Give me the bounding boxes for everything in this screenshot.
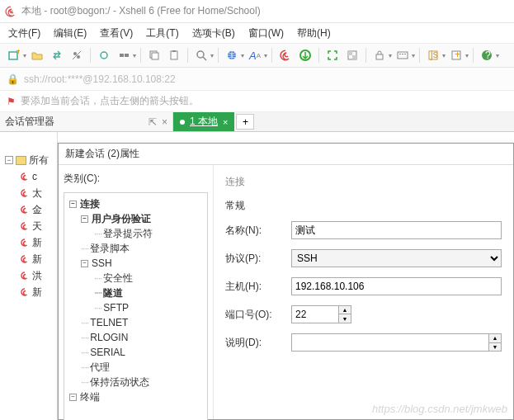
tree-telnet[interactable]: ····TELNET <box>66 315 205 330</box>
protocol-select[interactable]: SSH <box>291 249 502 267</box>
dropdown-icon[interactable]: ▾ <box>465 52 469 59</box>
dropdown-icon[interactable]: ▾ <box>241 52 244 59</box>
menu-edit[interactable]: 编辑(E) <box>54 26 87 40</box>
port-input[interactable] <box>291 305 339 323</box>
tab-close-icon[interactable]: × <box>223 117 228 127</box>
panel-title: 会话管理器 <box>5 115 54 129</box>
svg-rect-15 <box>352 55 356 59</box>
tree-ssh[interactable]: −SSH <box>66 256 205 271</box>
pin-icon[interactable]: ⇱ <box>149 116 157 128</box>
spin-down-icon[interactable]: ▼ <box>339 314 351 323</box>
tree-item[interactable]: 天 <box>20 218 57 234</box>
dropdown-icon[interactable]: ▾ <box>442 52 446 59</box>
svg-point-10 <box>197 51 204 58</box>
collapse-icon[interactable]: − <box>5 156 13 164</box>
tab-label: 1 本地 <box>190 115 218 129</box>
reconnect-button[interactable] <box>95 46 113 64</box>
svg-text:js: js <box>430 50 438 60</box>
add-button[interactable]: + <box>447 46 465 64</box>
collapse-icon[interactable]: − <box>81 260 88 267</box>
keyboard-button[interactable] <box>394 46 412 64</box>
dropdown-icon[interactable]: ▾ <box>412 52 415 59</box>
tree-tunnel[interactable]: ····隧道 <box>66 286 205 300</box>
tree-serial[interactable]: ····SERIAL <box>66 345 205 360</box>
tree-root-item[interactable]: − 所有 <box>5 152 57 168</box>
find-button[interactable] <box>192 46 210 64</box>
toolbar-separator <box>218 48 219 63</box>
svg-rect-16 <box>376 54 383 59</box>
menu-tabs[interactable]: 选项卡(B) <box>192 26 235 40</box>
menu-help[interactable]: 帮助(H) <box>297 26 331 40</box>
lock-button[interactable] <box>370 46 389 64</box>
host-input[interactable] <box>291 277 502 295</box>
dialog-title: 新建会话 (2)属性 <box>59 144 513 165</box>
tab-strip: 1 本地 × + <box>173 112 514 131</box>
description-input[interactable]: ▲▼ <box>291 333 502 352</box>
tree-login-script[interactable]: ····登录脚本 <box>66 241 205 256</box>
disconnect-button[interactable] <box>115 46 133 64</box>
tree-sftp[interactable]: ····SFTP <box>66 300 205 315</box>
spin-down-icon[interactable]: ▼ <box>489 343 501 352</box>
collapse-icon[interactable]: − <box>81 215 88 223</box>
collapse-icon[interactable]: − <box>69 201 77 208</box>
menu-tools[interactable]: 工具(T) <box>146 26 178 40</box>
tree-terminal[interactable]: −终端 <box>66 389 205 404</box>
dropdown-icon[interactable]: ▾ <box>389 52 392 59</box>
toolbar: +▾ ▾ ▾ ▾ AA▾ ▾ ▾ js▾ +▾ ?▾ <box>0 43 514 68</box>
new-session-button[interactable]: + <box>5 46 23 64</box>
tree-item[interactable]: 太 <box>20 185 57 201</box>
tree-auth[interactable]: −用户身份验证 <box>66 211 205 226</box>
group-title: 常规 <box>225 199 502 213</box>
tree-rlogin[interactable]: ····RLOGIN <box>66 330 205 345</box>
dropdown-icon[interactable]: ▾ <box>210 52 214 59</box>
globe-button[interactable] <box>223 46 241 64</box>
hint-bar: ⚑ 要添加当前会话，点击左侧的箭头按钮。 <box>0 91 514 112</box>
spin-up-icon[interactable]: ▲ <box>339 306 351 314</box>
tree-connection[interactable]: −连接 <box>66 196 205 211</box>
folder-icon <box>16 156 26 165</box>
tree-item[interactable]: 洪 <box>20 267 57 284</box>
toolbar-separator <box>318 48 319 63</box>
tree-proxy[interactable]: ····代理 <box>66 360 205 375</box>
menu-file[interactable]: 文件(F) <box>8 26 40 40</box>
transfer-button[interactable] <box>48 46 66 64</box>
script-button[interactable]: js <box>424 46 442 64</box>
address-bar[interactable]: 🔒 ssh://root:****@192.168.10.108:22 <box>0 68 514 91</box>
dropdown-icon[interactable]: ▾ <box>264 52 267 59</box>
tree-login-prompt[interactable]: ····登录提示符 <box>66 226 205 241</box>
xshell-button[interactable] <box>276 46 295 64</box>
tree-root-label: 所有 <box>29 153 49 168</box>
name-input[interactable] <box>291 221 502 239</box>
menu-view[interactable]: 查看(V) <box>100 26 133 40</box>
open-button[interactable] <box>28 46 46 64</box>
help-button[interactable]: ? <box>478 46 496 64</box>
menubar: 文件(F) 编辑(E) 查看(V) 工具(T) 选项卡(B) 窗口(W) 帮助(… <box>0 23 514 43</box>
tree-item[interactable]: 新 <box>20 251 57 267</box>
tree-item[interactable]: 金 <box>20 201 57 218</box>
font-button[interactable]: AA <box>246 46 264 64</box>
new-tab-button[interactable]: + <box>236 114 254 130</box>
tab-local[interactable]: 1 本地 × <box>173 112 234 131</box>
properties-button[interactable] <box>68 46 86 64</box>
close-panel-icon[interactable]: × <box>162 116 167 128</box>
transparency-button[interactable] <box>343 46 361 64</box>
xftp-button[interactable] <box>296 46 314 64</box>
copy-button[interactable] <box>145 46 163 64</box>
tree-keepalive[interactable]: ····保持活动状态 <box>66 375 205 389</box>
tree-item[interactable]: c <box>20 168 57 185</box>
collapse-icon[interactable]: − <box>69 394 77 401</box>
dropdown-icon[interactable]: ▾ <box>23 52 26 59</box>
menu-window[interactable]: 窗口(W) <box>248 26 284 40</box>
tree-security[interactable]: ····安全性 <box>66 271 205 286</box>
port-spinner[interactable]: ▲▼ <box>339 305 351 323</box>
description-label: 说明(D): <box>225 336 291 350</box>
fullscreen-button[interactable] <box>323 46 342 64</box>
dropdown-icon[interactable]: ▾ <box>496 52 499 59</box>
spin-up-icon[interactable]: ▲ <box>489 334 501 343</box>
tree-item[interactable]: 新 <box>20 234 57 251</box>
category-tree[interactable]: −连接 −用户身份验证 ····登录提示符 ····登录脚本 −SSH ····… <box>64 192 208 420</box>
paste-button[interactable] <box>165 46 183 64</box>
dropdown-icon[interactable]: ▾ <box>133 52 136 59</box>
svg-rect-8 <box>171 51 177 59</box>
tree-item[interactable]: 新 <box>20 284 57 300</box>
